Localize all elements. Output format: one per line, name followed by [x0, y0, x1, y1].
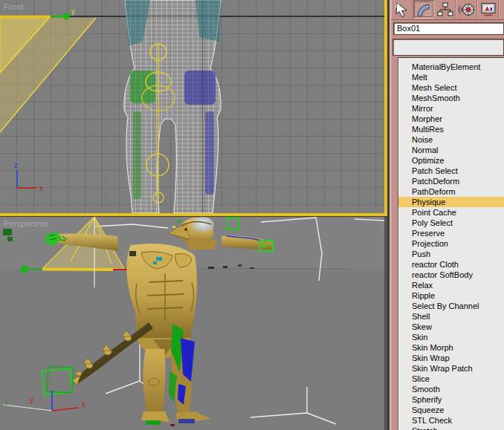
modifier-list-item[interactable]: reactor Cloth — [398, 259, 504, 270]
motion-wheel-icon — [459, 2, 475, 17]
viewport-splitter[interactable] — [0, 216, 387, 218]
tab-create[interactable] — [391, 0, 413, 19]
modifier-list-item[interactable]: MeshSmooth — [398, 93, 504, 103]
modifier-list-item[interactable]: Stretch — [398, 426, 504, 430]
modifier-list-item[interactable]: Normal — [398, 145, 504, 155]
front-y-label: y — [19, 180, 22, 187]
modifier-list-item[interactable]: Ripple — [398, 290, 504, 301]
arrow-cursor-icon — [394, 2, 410, 17]
modifier-list-item[interactable]: Optimize — [398, 155, 504, 166]
modifier-list-item[interactable]: Spherify — [398, 394, 504, 405]
head-selection-bracket[interactable] — [227, 218, 239, 229]
app-window: y z x y Front — [0, 0, 504, 430]
active-viewport-border-right — [384, 0, 387, 214]
front-x-label: x — [39, 184, 43, 192]
hierarchy-icon — [437, 2, 453, 17]
modifier-list-item[interactable]: Point Cache — [398, 207, 504, 218]
front-z-label: z — [14, 161, 18, 169]
modifier-list-item[interactable]: Mesh Select — [398, 82, 504, 93]
tab-motion[interactable] — [456, 0, 477, 19]
front-gizmo-wedge — [0, 17, 96, 133]
modifier-list-item[interactable]: Skin Morph — [398, 342, 504, 353]
perspective-y-label: y — [30, 396, 33, 404]
modifier-list-item[interactable]: MultiRes — [398, 124, 504, 134]
modifier-list[interactable]: MaterialByElementMeltMesh SelectMeshSmoo… — [398, 57, 504, 430]
modifier-list-item[interactable]: PathDeform — [398, 186, 504, 197]
front-wireframe-body[interactable] — [124, 0, 221, 213]
modifier-list-item[interactable]: Skin Wrap — [398, 353, 504, 363]
modifier-list-item[interactable]: Skin Wrap Patch — [398, 363, 504, 374]
front-viewport-canvas[interactable]: y z x y — [0, 0, 384, 213]
modifier-list-item[interactable]: Noise — [398, 134, 504, 145]
panel-edge-strip — [390, 0, 392, 430]
tab-modify[interactable] — [413, 0, 434, 19]
perspective-x-label: x — [82, 400, 85, 408]
modifier-list-item[interactable]: Physique — [398, 197, 504, 207]
object-name-field[interactable]: Box01 — [393, 22, 504, 35]
perspective-y-label-small: y — [4, 399, 7, 405]
modifier-list-item[interactable]: Preserve — [398, 228, 504, 238]
head-highlight — [192, 217, 214, 233]
modifier-list-item[interactable]: STL Check — [398, 415, 504, 426]
green-handle-dot[interactable] — [21, 266, 28, 273]
command-panel: Box01 MaterialByElementMeltMesh SelectMe… — [390, 0, 504, 430]
command-panel-tabs — [391, 0, 504, 20]
modifier-list-item[interactable]: MaterialByElement — [398, 62, 504, 72]
viewport-front[interactable]: y z x y Front — [0, 0, 384, 213]
modifier-list-item[interactable]: Mirror — [398, 103, 504, 114]
modifier-list-item[interactable]: Shell — [398, 311, 504, 322]
modify-pipe-icon — [416, 2, 431, 17]
modifier-list-dropdown[interactable] — [392, 39, 504, 56]
modifier-list-item[interactable]: Skin — [398, 332, 504, 342]
modifier-list-item[interactable]: Skew — [398, 322, 504, 332]
modifier-list-item[interactable]: Relax — [398, 280, 504, 290]
modifier-list-item[interactable]: Patch Select — [398, 166, 504, 176]
perspective-viewport-canvas[interactable]: x — [0, 217, 384, 430]
front-axis-tripod: z x y — [14, 161, 43, 192]
modifier-list-item[interactable]: Projection — [398, 238, 504, 249]
modifier-list-item[interactable]: reactor SoftBody — [398, 270, 504, 280]
front-world-axes — [68, 0, 384, 213]
modifier-list-item[interactable]: Slice — [398, 374, 504, 384]
modifier-list-item[interactable]: Push — [398, 249, 504, 259]
modifier-list-item[interactable]: Melt — [398, 72, 504, 82]
modifier-list-item[interactable]: Squeeze — [398, 405, 504, 415]
display-monitor-icon — [480, 2, 497, 17]
modifier-list-item[interactable]: Morpher — [398, 114, 504, 124]
modifier-list-item[interactable]: Smooth — [398, 384, 504, 394]
viewport-perspective[interactable]: x — [0, 217, 384, 430]
tab-utilities-cut[interactable] — [499, 0, 504, 19]
tab-hierarchy[interactable] — [434, 0, 456, 19]
modifier-list-item[interactable]: PatchDeform — [398, 176, 504, 186]
viewport-front-label[interactable]: Front — [4, 2, 24, 11]
tab-display[interactable] — [477, 0, 499, 19]
modifier-list-item[interactable]: Poly Select — [398, 218, 504, 228]
front-gizmo-axis-label: y — [71, 7, 75, 16]
viewport-perspective-label[interactable]: Perspective — [4, 219, 48, 228]
modifier-list-item[interactable]: Select By Channel — [398, 301, 504, 311]
